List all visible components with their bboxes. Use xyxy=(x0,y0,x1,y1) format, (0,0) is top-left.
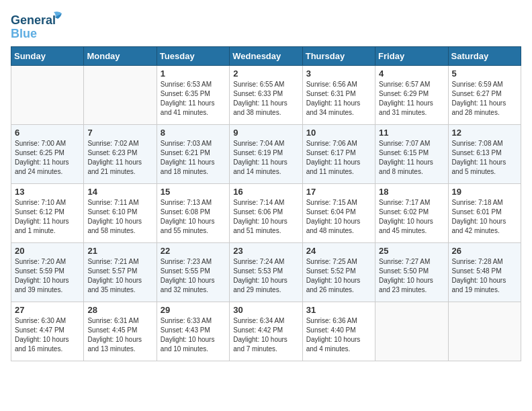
calendar-week-row: 1Sunrise: 6:53 AM Sunset: 6:35 PM Daylig… xyxy=(11,66,521,125)
day-number: 6 xyxy=(15,128,80,138)
day-number: 17 xyxy=(306,187,371,197)
day-info: Sunrise: 7:25 AM Sunset: 5:52 PM Dayligh… xyxy=(306,257,371,295)
day-info: Sunrise: 6:31 AM Sunset: 4:45 PM Dayligh… xyxy=(87,316,152,354)
calendar-cell: 24Sunrise: 7:25 AM Sunset: 5:52 PM Dayli… xyxy=(302,243,375,302)
day-info: Sunrise: 7:04 AM Sunset: 6:19 PM Dayligh… xyxy=(233,139,298,177)
calendar-cell: 30Sunrise: 6:34 AM Sunset: 4:42 PM Dayli… xyxy=(230,302,302,361)
day-info: Sunrise: 6:57 AM Sunset: 6:29 PM Dayligh… xyxy=(379,80,444,118)
day-info: Sunrise: 6:34 AM Sunset: 4:42 PM Dayligh… xyxy=(233,316,298,354)
calendar-cell: 15Sunrise: 7:13 AM Sunset: 6:08 PM Dayli… xyxy=(157,184,229,243)
svg-text:General: General xyxy=(11,13,56,27)
day-number: 5 xyxy=(452,68,517,79)
calendar-cell: 1Sunrise: 6:53 AM Sunset: 6:35 PM Daylig… xyxy=(157,66,229,125)
calendar-cell xyxy=(448,302,521,361)
day-number: 14 xyxy=(87,187,152,197)
day-number: 11 xyxy=(379,128,444,138)
day-info: Sunrise: 7:21 AM Sunset: 5:57 PM Dayligh… xyxy=(87,257,152,295)
calendar-cell: 25Sunrise: 7:27 AM Sunset: 5:50 PM Dayli… xyxy=(375,243,448,302)
day-number: 30 xyxy=(233,305,298,315)
day-number: 29 xyxy=(161,305,226,315)
calendar-cell: 27Sunrise: 6:30 AM Sunset: 4:47 PM Dayli… xyxy=(11,302,84,361)
col-header-thursday: Thursday xyxy=(302,47,375,66)
col-header-tuesday: Tuesday xyxy=(157,47,229,66)
logo-svg: General Blue xyxy=(11,11,64,41)
day-number: 2 xyxy=(233,68,298,79)
calendar-cell: 14Sunrise: 7:11 AM Sunset: 6:10 PM Dayli… xyxy=(84,184,157,243)
day-number: 1 xyxy=(161,68,226,79)
day-info: Sunrise: 6:56 AM Sunset: 6:31 PM Dayligh… xyxy=(306,80,371,118)
calendar-cell: 29Sunrise: 6:33 AM Sunset: 4:43 PM Dayli… xyxy=(157,302,229,361)
day-number: 15 xyxy=(161,187,226,197)
day-number: 31 xyxy=(306,305,371,315)
day-number: 4 xyxy=(379,68,444,79)
day-number: 9 xyxy=(233,128,298,138)
col-header-monday: Monday xyxy=(84,47,157,66)
day-number: 26 xyxy=(452,246,517,256)
calendar-week-row: 27Sunrise: 6:30 AM Sunset: 4:47 PM Dayli… xyxy=(11,302,521,361)
day-info: Sunrise: 6:33 AM Sunset: 4:43 PM Dayligh… xyxy=(161,316,226,354)
calendar-cell: 8Sunrise: 7:03 AM Sunset: 6:21 PM Daylig… xyxy=(157,125,229,184)
col-header-saturday: Saturday xyxy=(448,47,521,66)
calendar-cell: 20Sunrise: 7:20 AM Sunset: 5:59 PM Dayli… xyxy=(11,243,84,302)
day-number: 10 xyxy=(306,128,371,138)
day-number: 7 xyxy=(87,128,152,138)
calendar-cell: 23Sunrise: 7:24 AM Sunset: 5:53 PM Dayli… xyxy=(230,243,302,302)
day-info: Sunrise: 7:07 AM Sunset: 6:15 PM Dayligh… xyxy=(379,139,444,177)
day-info: Sunrise: 7:24 AM Sunset: 5:53 PM Dayligh… xyxy=(233,257,298,295)
calendar-cell: 7Sunrise: 7:02 AM Sunset: 6:23 PM Daylig… xyxy=(84,125,157,184)
col-header-sunday: Sunday xyxy=(11,47,84,66)
day-number: 23 xyxy=(233,246,298,256)
day-info: Sunrise: 7:18 AM Sunset: 6:01 PM Dayligh… xyxy=(452,198,517,236)
logo: General Blue xyxy=(11,11,64,41)
day-info: Sunrise: 7:17 AM Sunset: 6:02 PM Dayligh… xyxy=(379,198,444,236)
calendar-cell: 31Sunrise: 6:36 AM Sunset: 4:40 PM Dayli… xyxy=(302,302,375,361)
day-info: Sunrise: 6:55 AM Sunset: 6:33 PM Dayligh… xyxy=(233,80,298,118)
calendar-week-row: 20Sunrise: 7:20 AM Sunset: 5:59 PM Dayli… xyxy=(11,243,521,302)
calendar-cell xyxy=(375,302,448,361)
calendar-cell: 16Sunrise: 7:14 AM Sunset: 6:06 PM Dayli… xyxy=(230,184,302,243)
day-info: Sunrise: 7:10 AM Sunset: 6:12 PM Dayligh… xyxy=(15,198,80,236)
day-number: 28 xyxy=(87,305,152,315)
calendar-cell: 22Sunrise: 7:23 AM Sunset: 5:55 PM Dayli… xyxy=(157,243,229,302)
calendar-week-row: 13Sunrise: 7:10 AM Sunset: 6:12 PM Dayli… xyxy=(11,184,521,243)
day-number: 27 xyxy=(15,305,80,315)
day-number: 18 xyxy=(379,187,444,197)
day-info: Sunrise: 7:08 AM Sunset: 6:13 PM Dayligh… xyxy=(452,139,517,177)
day-info: Sunrise: 6:53 AM Sunset: 6:35 PM Dayligh… xyxy=(161,80,226,118)
day-number: 8 xyxy=(161,128,226,138)
calendar-cell xyxy=(84,66,157,125)
calendar-cell: 13Sunrise: 7:10 AM Sunset: 6:12 PM Dayli… xyxy=(11,184,84,243)
day-info: Sunrise: 7:27 AM Sunset: 5:50 PM Dayligh… xyxy=(379,257,444,295)
day-info: Sunrise: 7:06 AM Sunset: 6:17 PM Dayligh… xyxy=(306,139,371,177)
calendar-cell: 21Sunrise: 7:21 AM Sunset: 5:57 PM Dayli… xyxy=(84,243,157,302)
day-info: Sunrise: 7:28 AM Sunset: 5:48 PM Dayligh… xyxy=(452,257,517,295)
day-info: Sunrise: 7:20 AM Sunset: 5:59 PM Dayligh… xyxy=(15,257,80,295)
calendar-cell: 6Sunrise: 7:00 AM Sunset: 6:25 PM Daylig… xyxy=(11,125,84,184)
day-number: 3 xyxy=(306,68,371,79)
calendar-cell: 17Sunrise: 7:15 AM Sunset: 6:04 PM Dayli… xyxy=(302,184,375,243)
day-info: Sunrise: 7:23 AM Sunset: 5:55 PM Dayligh… xyxy=(161,257,226,295)
day-number: 12 xyxy=(452,128,517,138)
day-number: 21 xyxy=(87,246,152,256)
svg-text:Blue: Blue xyxy=(11,27,37,40)
day-info: Sunrise: 7:11 AM Sunset: 6:10 PM Dayligh… xyxy=(87,198,152,236)
day-number: 16 xyxy=(233,187,298,197)
day-info: Sunrise: 6:59 AM Sunset: 6:27 PM Dayligh… xyxy=(452,80,517,118)
calendar-cell: 12Sunrise: 7:08 AM Sunset: 6:13 PM Dayli… xyxy=(448,125,521,184)
col-header-friday: Friday xyxy=(375,47,448,66)
calendar-cell: 28Sunrise: 6:31 AM Sunset: 4:45 PM Dayli… xyxy=(84,302,157,361)
day-number: 25 xyxy=(379,246,444,256)
day-info: Sunrise: 7:13 AM Sunset: 6:08 PM Dayligh… xyxy=(161,198,226,236)
calendar-cell: 5Sunrise: 6:59 AM Sunset: 6:27 PM Daylig… xyxy=(448,66,521,125)
calendar-cell: 9Sunrise: 7:04 AM Sunset: 6:19 PM Daylig… xyxy=(230,125,302,184)
calendar-cell: 2Sunrise: 6:55 AM Sunset: 6:33 PM Daylig… xyxy=(230,66,302,125)
day-info: Sunrise: 7:15 AM Sunset: 6:04 PM Dayligh… xyxy=(306,198,371,236)
day-info: Sunrise: 7:00 AM Sunset: 6:25 PM Dayligh… xyxy=(15,139,80,177)
col-header-wednesday: Wednesday xyxy=(230,47,302,66)
calendar-cell: 18Sunrise: 7:17 AM Sunset: 6:02 PM Dayli… xyxy=(375,184,448,243)
calendar-cell: 19Sunrise: 7:18 AM Sunset: 6:01 PM Dayli… xyxy=(448,184,521,243)
calendar-cell xyxy=(11,66,84,125)
day-info: Sunrise: 7:14 AM Sunset: 6:06 PM Dayligh… xyxy=(233,198,298,236)
calendar-cell: 11Sunrise: 7:07 AM Sunset: 6:15 PM Dayli… xyxy=(375,125,448,184)
calendar-week-row: 6Sunrise: 7:00 AM Sunset: 6:25 PM Daylig… xyxy=(11,125,521,184)
